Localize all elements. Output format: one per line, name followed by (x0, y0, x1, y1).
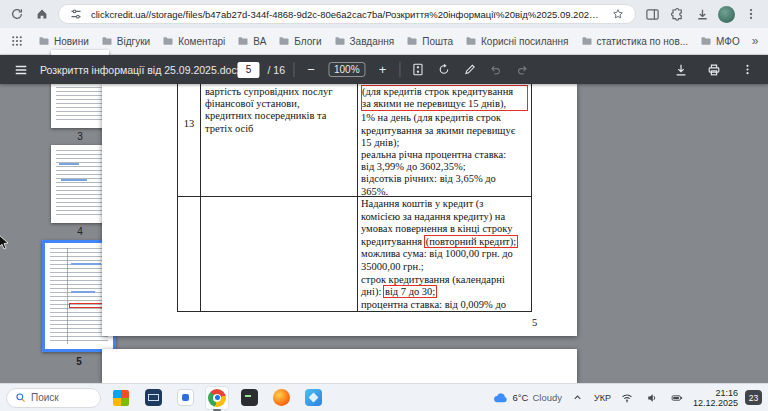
taskbar-app-icon[interactable] (173, 386, 197, 410)
address-bar[interactable]: clickcredit.ua//storage/files/b47ab27d-3… (58, 4, 636, 24)
bookmark-item[interactable]: Відгуки (101, 35, 150, 47)
taskbar-app-icon[interactable] (269, 386, 293, 410)
thumbnail-page-label: 3 (51, 131, 109, 142)
next-document-page (102, 349, 577, 383)
thumbnail-page-label: 4 (51, 226, 109, 237)
table-cell-row-number: 13 (178, 84, 201, 196)
search-placeholder: Поиск (31, 392, 59, 403)
taskbar-app-icon[interactable] (141, 386, 165, 410)
downloads-icon[interactable] (693, 5, 711, 23)
table-row: 13 вартість супровідних послуг фінансово… (178, 84, 532, 197)
divider (293, 62, 294, 77)
table-cell-rate-details: (для кредитів строк кредитування за яким… (358, 84, 532, 196)
time-text: 21:16 (715, 388, 738, 398)
table-cell-service-label (201, 197, 358, 311)
date-text: 12.12.2025 (693, 398, 738, 408)
red-annotation-box: від 7 до 30; (383, 285, 437, 298)
annotate-icon[interactable] (461, 61, 479, 79)
page-footer-number: 5 (532, 317, 537, 328)
profile-avatar[interactable] (718, 6, 735, 23)
site-settings-icon[interactable] (67, 5, 85, 23)
document-page: 13 вартість супровідних послуг фінансово… (102, 84, 577, 336)
bookmark-item[interactable]: Блоги (278, 35, 321, 47)
pdf-toolbar: Розкриття інформації від 25.09.2025.docx… (0, 55, 768, 84)
table-cell-service-label: вартість супровідних послуг фінансової у… (201, 84, 358, 196)
page-thumbnail[interactable] (51, 145, 109, 223)
bookmark-item[interactable]: Завдання (334, 35, 395, 47)
bookmark-item[interactable]: Пошта (406, 35, 453, 47)
taskbar-app-icon[interactable] (301, 386, 325, 410)
volume-icon[interactable] (643, 389, 661, 407)
system-tray: 6°C Cloudy УКР 21:16 12.12.2025 23 (493, 388, 762, 408)
red-annotation-box: (для кредитів строк кредитування за яким… (361, 85, 528, 111)
screen: clickcredit.ua//storage/files/b47ab27d-3… (0, 0, 768, 411)
table-row: Надання коштів у кредит (з комісією за н… (178, 197, 532, 312)
bookmark-star-icon[interactable] (609, 5, 627, 23)
rotate-icon[interactable] (435, 61, 453, 79)
undo-icon (487, 61, 505, 79)
pdf-actions (672, 61, 756, 79)
pdf-content-area: 3 4 5 13 (0, 84, 768, 383)
page-number-input[interactable]: 5 (237, 62, 259, 78)
browser-menu-icon[interactable] (742, 5, 760, 23)
weather-widget[interactable]: 6°C Cloudy (493, 390, 562, 405)
red-annotation-box: (повторний кредит); (424, 235, 518, 248)
extensions-icon[interactable] (668, 5, 686, 23)
home-icon[interactable] (33, 5, 51, 23)
zoom-out-button[interactable]: − (302, 61, 320, 79)
table-cell-credit-details: Надання коштів у кредит (з комісією за н… (358, 197, 532, 311)
pdf-more-icon[interactable] (738, 61, 756, 79)
pdf-page-zoom-controls: 5 / 16 − 100% + (237, 61, 530, 79)
clock[interactable]: 21:16 12.12.2025 (693, 388, 738, 408)
wifi-icon[interactable] (618, 389, 636, 407)
taskbar-search-input[interactable]: Поиск (6, 388, 101, 408)
bookmark-item[interactable]: ВА (237, 35, 266, 47)
bookmark-item[interactable]: МФО (700, 35, 740, 47)
divider (400, 62, 401, 77)
bookmark-item[interactable]: статистика по нов... (581, 35, 689, 47)
bookmark-item[interactable]: Коментарі (162, 35, 225, 47)
url-text: clickcredit.ua//storage/files/b47ab27d-3… (91, 9, 603, 20)
mouse-cursor (0, 235, 11, 254)
reload-icon[interactable] (8, 5, 26, 23)
document-table: 13 вартість супровідних послуг фінансово… (177, 84, 532, 312)
redo-icon (513, 61, 531, 79)
start-button[interactable] (109, 386, 133, 410)
taskbar-chrome-icon[interactable] (205, 386, 229, 410)
apps-grid-icon[interactable] (8, 32, 26, 50)
zoom-in-button[interactable]: + (374, 61, 392, 79)
side-panel-icon[interactable] (643, 5, 661, 23)
bookmarks-bar: Новини Відгуки Коментарі ВА Блоги Завдан… (0, 28, 768, 55)
page-total-label: / 16 (267, 64, 285, 76)
notification-count-badge[interactable]: 23 (745, 390, 762, 405)
taskbar-app-icon[interactable] (237, 386, 261, 410)
taskbar: Поиск 6°C Cloudy УКР (0, 383, 768, 411)
battery-icon[interactable] (668, 389, 686, 407)
pdf-menu-icon[interactable] (12, 61, 30, 79)
bookmarks-overflow-chevron[interactable]: » (752, 34, 759, 48)
bookmark-item[interactable]: Корисні посилання (465, 35, 568, 47)
hidden-icons-chevron[interactable] (569, 389, 587, 407)
bookmark-item[interactable]: Новини (38, 35, 89, 47)
print-icon[interactable] (705, 61, 723, 79)
download-icon[interactable] (672, 61, 690, 79)
cloud-icon (493, 390, 508, 405)
fit-page-icon[interactable] (409, 61, 427, 79)
browser-toolbar: clickcredit.ua//storage/files/b47ab27d-3… (0, 0, 768, 28)
table-cell-row-number (178, 197, 201, 311)
language-indicator[interactable]: УКР (594, 393, 611, 403)
zoom-level: 100% (328, 62, 366, 77)
pdf-document-title: Розкриття інформації від 25.09.2025.docx (40, 64, 242, 76)
